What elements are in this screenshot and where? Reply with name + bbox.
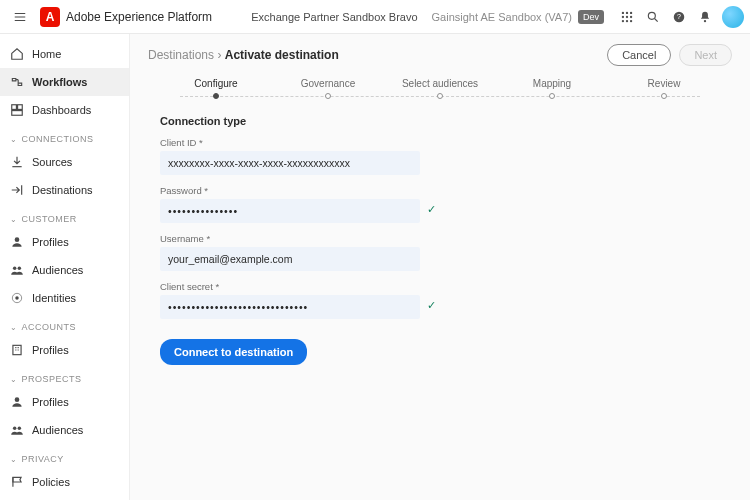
help-icon[interactable]: ? <box>666 4 692 30</box>
sidebar-item-label: Profiles <box>32 344 69 356</box>
svg-point-1 <box>626 11 628 13</box>
sidebar-item-prospect-profiles[interactable]: Profiles <box>0 388 129 416</box>
sandbox-secondary[interactable]: Gainsight AE Sandbox (VA7) <box>432 11 572 23</box>
sidebar-item-destinations[interactable]: Destinations <box>0 176 129 204</box>
search-icon[interactable] <box>640 4 666 30</box>
svg-rect-21 <box>13 345 21 354</box>
svg-point-23 <box>13 427 16 431</box>
notifications-icon[interactable] <box>692 4 718 30</box>
step-mapping[interactable]: Mapping <box>496 78 608 99</box>
sidebar-item-profiles[interactable]: Profiles <box>0 228 129 256</box>
sidebar-item-sources[interactable]: Sources <box>0 148 129 176</box>
client-id-field[interactable] <box>160 151 420 175</box>
svg-point-18 <box>18 267 21 271</box>
chevron-down-icon: ⌄ <box>10 135 18 144</box>
home-icon <box>10 47 24 61</box>
sidebar-item-audits[interactable]: Audits <box>0 496 129 500</box>
avatar[interactable] <box>722 6 744 28</box>
sidebar-item-prospect-audiences[interactable]: Audiences <box>0 416 129 444</box>
password-label: Password * <box>160 185 420 196</box>
sandbox-primary[interactable]: Exchange Partner Sandbox Bravo <box>251 11 417 23</box>
menu-toggle[interactable] <box>6 3 34 31</box>
sidebar-item-account-profiles[interactable]: Profiles <box>0 336 129 364</box>
section-title: Connection type <box>160 115 720 127</box>
profile-icon <box>10 395 24 409</box>
next-button: Next <box>679 44 732 66</box>
sidebar-item-label: Profiles <box>32 396 69 408</box>
audiences-icon <box>10 263 24 277</box>
svg-point-16 <box>15 237 20 242</box>
wizard-steps: Configure Governance Select audiences Ma… <box>130 66 750 101</box>
svg-point-0 <box>622 11 624 13</box>
breadcrumb-parent[interactable]: Destinations <box>148 48 214 62</box>
sidebar-item-label: Profiles <box>32 236 69 248</box>
svg-point-3 <box>622 15 624 17</box>
sidebar-item-label: Workflows <box>32 76 87 88</box>
chevron-down-icon: ⌄ <box>10 323 18 332</box>
sidebar-item-dashboards[interactable]: Dashboards <box>0 96 129 124</box>
svg-text:?: ? <box>677 13 681 20</box>
identities-icon <box>10 291 24 305</box>
main-content: Destinations › Activate destination Canc… <box>130 34 750 500</box>
svg-point-7 <box>626 19 628 21</box>
apps-icon[interactable] <box>614 4 640 30</box>
svg-point-8 <box>630 19 632 21</box>
page-title: Activate destination <box>225 48 339 62</box>
chevron-down-icon: ⌄ <box>10 375 18 384</box>
cancel-button[interactable]: Cancel <box>607 44 671 66</box>
sidebar-group-connections[interactable]: ⌄CONNECTIONS <box>0 124 129 148</box>
adobe-logo-icon: A <box>40 7 60 27</box>
sidebar-item-label: Policies <box>32 476 70 488</box>
client-id-label: Client ID * <box>160 137 420 148</box>
step-review[interactable]: Review <box>608 78 720 99</box>
audiences-icon <box>10 423 24 437</box>
svg-point-22 <box>15 397 20 402</box>
sidebar-group-customer[interactable]: ⌄CUSTOMER <box>0 204 129 228</box>
sidebar-item-home[interactable]: Home <box>0 40 129 68</box>
step-configure[interactable]: Configure <box>160 78 272 99</box>
workflows-icon <box>10 75 24 89</box>
dev-badge: Dev <box>578 10 604 24</box>
sidebar-item-policies[interactable]: Policies <box>0 468 129 496</box>
client-secret-field[interactable] <box>160 295 420 319</box>
hamburger-icon <box>13 10 27 24</box>
password-field[interactable] <box>160 199 420 223</box>
sidebar-group-privacy[interactable]: ⌄PRIVACY <box>0 444 129 468</box>
sidebar-group-accounts[interactable]: ⌄ACCOUNTS <box>0 312 129 336</box>
svg-point-5 <box>630 15 632 17</box>
chevron-down-icon: ⌄ <box>10 215 18 224</box>
top-bar: A Adobe Experience Platform Exchange Par… <box>0 0 750 34</box>
destinations-icon <box>10 183 24 197</box>
sidebar-item-label: Destinations <box>32 184 93 196</box>
breadcrumb: Destinations › Activate destination <box>148 48 339 62</box>
step-select-audiences[interactable]: Select audiences <box>384 78 496 99</box>
username-label: Username * <box>160 233 420 244</box>
svg-point-24 <box>18 427 21 431</box>
sidebar: Home Workflows Dashboards ⌄CONNECTIONS S… <box>0 34 130 500</box>
step-governance[interactable]: Governance <box>272 78 384 99</box>
svg-rect-15 <box>12 111 23 116</box>
sidebar-item-audiences[interactable]: Audiences <box>0 256 129 284</box>
client-secret-label: Client secret * <box>160 281 420 292</box>
svg-point-9 <box>648 12 655 19</box>
sidebar-item-label: Identities <box>32 292 76 304</box>
svg-point-19 <box>15 296 19 300</box>
svg-point-2 <box>630 11 632 13</box>
app-name: Adobe Experience Platform <box>66 10 212 24</box>
username-field[interactable] <box>160 247 420 271</box>
profile-icon <box>10 235 24 249</box>
svg-point-17 <box>13 267 16 271</box>
sidebar-group-prospects[interactable]: ⌄PROSPECTS <box>0 364 129 388</box>
check-icon: ✓ <box>427 203 436 216</box>
sidebar-item-label: Audiences <box>32 264 83 276</box>
chevron-down-icon: ⌄ <box>10 455 18 464</box>
sidebar-item-label: Home <box>32 48 61 60</box>
sidebar-item-identities[interactable]: Identities <box>0 284 129 312</box>
svg-rect-13 <box>12 105 17 110</box>
svg-point-4 <box>626 15 628 17</box>
svg-point-12 <box>704 19 706 21</box>
sidebar-item-workflows[interactable]: Workflows <box>0 68 129 96</box>
sidebar-item-label: Dashboards <box>32 104 91 116</box>
connect-button[interactable]: Connect to destination <box>160 339 307 365</box>
svg-point-6 <box>622 19 624 21</box>
